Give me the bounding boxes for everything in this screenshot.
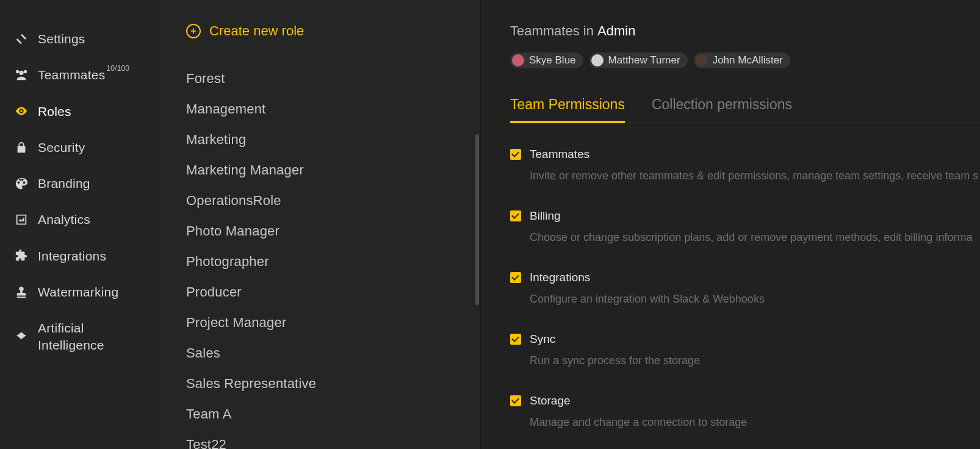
avatar [696, 54, 708, 66]
permission-title: Teammates [530, 148, 978, 161]
role-list-panel: + Create new role ForestManagementMarket… [159, 0, 481, 449]
sidebar-item-analytics[interactable]: Analytics [0, 201, 159, 237]
permission-description: Manage and change a connection to storag… [530, 416, 747, 429]
teammate-chip[interactable]: John McAllister [694, 52, 790, 68]
sidebar-item-security[interactable]: Security [0, 129, 159, 165]
permission-row: TeammatesInvite or remove other teammate… [510, 149, 968, 182]
role-item[interactable]: OperationsRole [159, 185, 480, 216]
permission-list: TeammatesInvite or remove other teammate… [510, 149, 980, 429]
sidebar-item-label: Integrations [38, 248, 106, 264]
teammates-icon [12, 68, 31, 82]
sidebar-item-label: Roles [38, 103, 71, 120]
teammate-chip[interactable]: Matthew Turner [589, 52, 688, 68]
sidebar-item-watermarking[interactable]: Watermarking [0, 274, 159, 310]
role-item[interactable]: Sales Representative [159, 368, 480, 399]
teammates-title-prefix: Teammates in [510, 23, 597, 38]
role-item[interactable]: Team A [159, 399, 480, 429]
sidebar-item-label: Security [38, 139, 85, 156]
permission-description: Configure an integration with Slack & We… [530, 293, 765, 306]
teammates-title: Teammates in Admin [510, 23, 980, 39]
role-item[interactable]: Photo Manager [159, 216, 480, 246]
palette-icon [12, 177, 31, 190]
role-item[interactable]: Producer [159, 277, 480, 307]
permission-title: Storage [530, 394, 747, 408]
create-role-button[interactable]: + Create new role [159, 23, 480, 39]
current-role-name: Admin [597, 23, 635, 38]
permission-title: Sync [530, 332, 700, 346]
plus-circle-icon: + [186, 24, 201, 38]
role-list: ForestManagementMarketingMarketing Manag… [159, 63, 480, 449]
teammate-name: Matthew Turner [608, 54, 680, 66]
role-item[interactable]: Forest [159, 63, 480, 94]
teammate-chip-row: Skye BlueMatthew TurnerJohn McAllister [510, 52, 980, 68]
avatar [512, 54, 524, 66]
teammate-chip[interactable]: Skye Blue [510, 52, 583, 68]
permission-description: Run a sync process for the storage [530, 354, 700, 367]
ai-icon [12, 330, 31, 343]
permission-checkbox[interactable] [510, 334, 521, 345]
sidebar-item-branding[interactable]: Branding [0, 165, 159, 201]
main-panel: Teammates in Admin Skye BlueMatthew Turn… [481, 0, 980, 449]
sidebar-item-ai[interactable]: Artificial Intelligence [0, 310, 159, 363]
tab-team-permissions[interactable]: Team Permissions [510, 96, 625, 123]
permission-description: Invite or remove other teammates & edit … [530, 170, 978, 182]
tab-collection-permissions[interactable]: Collection permissions [652, 96, 792, 123]
analytics-icon [12, 213, 31, 226]
role-item[interactable]: Marketing [159, 124, 480, 155]
teammate-count-badge: 10/100 [106, 64, 129, 74]
sidebar-item-label: Watermarking [38, 284, 118, 300]
permission-row: StorageManage and change a connection to… [510, 395, 968, 429]
permission-title: Integrations [530, 271, 765, 284]
role-item[interactable]: Photographer [159, 246, 480, 277]
sidebar-item-roles[interactable]: Roles [0, 93, 159, 129]
sidebar-item-teammates[interactable]: Teammates 10/100 [0, 57, 159, 93]
permission-row: BillingChoose or change subscription pla… [510, 210, 968, 244]
teammate-name: Skye Blue [529, 54, 576, 66]
permission-checkbox[interactable] [510, 395, 521, 406]
teammate-name: John McAllister [713, 54, 783, 66]
sidebar-item-label: Artificial Intelligence [38, 320, 135, 353]
sidebar-item-label: Settings [38, 31, 85, 47]
sidebar-item-integrations[interactable]: Integrations [0, 238, 159, 274]
role-item[interactable]: Marketing Manager [159, 155, 480, 185]
permission-row: SyncRun a sync process for the storage [510, 334, 968, 367]
sidebar-item-label: Teammates [38, 66, 105, 83]
create-role-label: Create new role [209, 23, 304, 39]
sidebar-item-label: Analytics [38, 211, 90, 228]
role-item[interactable]: Sales [159, 338, 480, 368]
permission-description: Choose or change subscription plans, add… [530, 231, 972, 244]
puzzle-icon [12, 249, 31, 262]
sidebar-item-settings[interactable]: Settings [0, 21, 159, 57]
permission-checkbox[interactable] [510, 210, 521, 221]
permission-checkbox[interactable] [510, 149, 521, 160]
sidebar: Settings Teammates 10/100 Roles Security [0, 0, 159, 449]
sidebar-item-label: Branding [38, 175, 90, 192]
permission-row: IntegrationsConfigure an integration wit… [510, 272, 968, 306]
permission-tabs: Team PermissionsCollection permissions [510, 96, 980, 123]
role-item[interactable]: Management [159, 94, 480, 124]
role-item[interactable]: Test22 [159, 429, 480, 449]
permission-checkbox[interactable] [510, 272, 521, 283]
scrollbar-thumb[interactable] [475, 134, 479, 305]
roles-icon [12, 104, 31, 118]
role-item[interactable]: Project Manager [159, 307, 480, 338]
stamp-icon [12, 286, 31, 299]
lock-icon [12, 141, 31, 154]
avatar [591, 54, 603, 66]
permission-title: Billing [530, 209, 972, 223]
settings-icon [12, 32, 31, 46]
